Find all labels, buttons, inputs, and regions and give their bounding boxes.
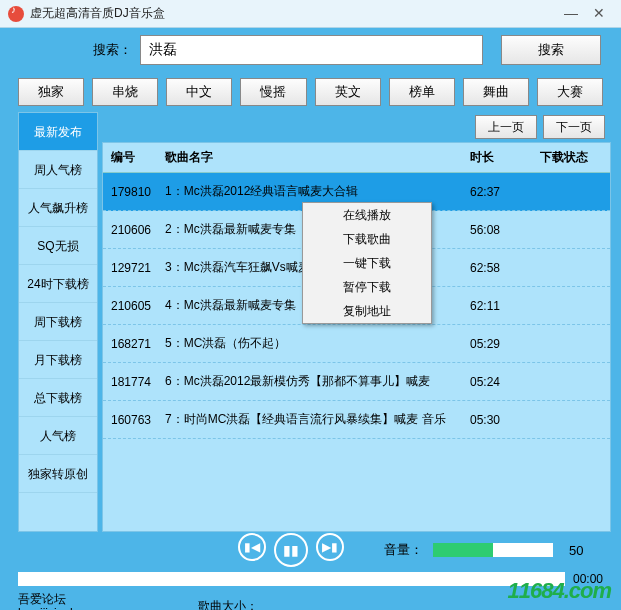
- cell-id: 181774: [103, 375, 165, 389]
- volume-value: 50: [569, 543, 583, 558]
- cell-id: 160763: [103, 413, 165, 427]
- prev-track-icon[interactable]: ▮◀: [238, 533, 266, 561]
- prev-page-button[interactable]: 上一页: [475, 115, 537, 139]
- author-label: by:cijixiaohuo: [18, 606, 158, 610]
- table-row[interactable]: 160763 7：时尚MC洪磊【经典语言流行风暴续集】喊麦 音乐 05:30: [103, 401, 610, 439]
- titlebar: 虚无超高清音质DJ音乐盒 — ✕: [0, 0, 621, 28]
- cell-duration: 05:29: [470, 337, 540, 351]
- minimize-button[interactable]: —: [557, 4, 585, 24]
- cell-id: 129721: [103, 261, 165, 275]
- context-menu-item[interactable]: 暂停下载: [303, 275, 431, 299]
- sidebar-item[interactable]: 周人气榜: [19, 151, 97, 189]
- table-header: 编号 歌曲名字 时长 下载状态: [103, 143, 610, 173]
- cell-id: 210605: [103, 299, 165, 313]
- cell-duration: 05:30: [470, 413, 540, 427]
- context-menu: 在线播放 下载歌曲 一键下载 暂停下载 复制地址: [302, 202, 432, 324]
- playback-buttons: ▮◀ ▮▮ ▶▮: [238, 533, 344, 567]
- cell-duration: 56:08: [470, 223, 540, 237]
- category-button[interactable]: 独家: [18, 78, 84, 106]
- header-duration: 时长: [470, 149, 540, 166]
- search-row: 搜索： 搜索: [0, 28, 621, 72]
- category-button[interactable]: 舞曲: [463, 78, 529, 106]
- search-input[interactable]: [140, 35, 483, 65]
- cell-id: 168271: [103, 337, 165, 351]
- cell-duration: 62:37: [470, 185, 540, 199]
- cell-name: 1：Mc洪磊2012经典语言喊麦大合辑: [165, 183, 470, 200]
- table-row[interactable]: 168271 5：MC洪磊（伤不起） 05:29: [103, 325, 610, 363]
- credits: 吾爱论坛 by:cijixiaohuo: [18, 592, 158, 610]
- forum-label: 吾爱论坛: [18, 592, 158, 606]
- cell-duration: 05:24: [470, 375, 540, 389]
- sidebar-item[interactable]: 24时下载榜: [19, 265, 97, 303]
- context-menu-item[interactable]: 在线播放: [303, 203, 431, 227]
- next-page-button[interactable]: 下一页: [543, 115, 605, 139]
- table-row[interactable]: 181774 6：Mc洪磊2012最新模仿秀【那都不算事儿】喊麦 05:24: [103, 363, 610, 401]
- category-button[interactable]: 大赛: [537, 78, 603, 106]
- sidebar: 最新发布 周人气榜 人气飙升榜 SQ无损 24时下载榜 周下载榜 月下载榜 总下…: [18, 112, 98, 532]
- player-controls: ▮◀ ▮▮ ▶▮ 音量： 50: [0, 532, 621, 568]
- sidebar-item[interactable]: 独家转原创: [19, 455, 97, 493]
- volume-fill: [433, 543, 493, 557]
- cell-name: 7：时尚MC洪磊【经典语言流行风暴续集】喊麦 音乐: [165, 411, 470, 428]
- category-button[interactable]: 慢摇: [240, 78, 306, 106]
- category-button[interactable]: 榜单: [389, 78, 455, 106]
- cell-name: 6：Mc洪磊2012最新模仿秀【那都不算事儿】喊麦: [165, 373, 470, 390]
- sidebar-item[interactable]: 总下载榜: [19, 379, 97, 417]
- category-button[interactable]: 串烧: [92, 78, 158, 106]
- cell-name: 5：MC洪磊（伤不起）: [165, 335, 470, 352]
- context-menu-item[interactable]: 一键下载: [303, 251, 431, 275]
- category-button[interactable]: 中文: [166, 78, 232, 106]
- next-track-icon[interactable]: ▶▮: [316, 533, 344, 561]
- cell-id: 179810: [103, 185, 165, 199]
- progress-bar[interactable]: [18, 572, 565, 586]
- song-size-label: 歌曲大小：: [198, 598, 258, 611]
- header-name: 歌曲名字: [165, 149, 470, 166]
- search-button[interactable]: 搜索: [501, 35, 601, 65]
- watermark: 11684.com: [507, 578, 611, 604]
- sidebar-item[interactable]: 人气飙升榜: [19, 189, 97, 227]
- category-row: 独家 串烧 中文 慢摇 英文 榜单 舞曲 大赛: [0, 72, 621, 112]
- sidebar-item[interactable]: 人气榜: [19, 417, 97, 455]
- sidebar-item[interactable]: 周下载榜: [19, 303, 97, 341]
- app-logo-icon: [8, 6, 24, 22]
- sidebar-item[interactable]: 月下载榜: [19, 341, 97, 379]
- context-menu-item[interactable]: 复制地址: [303, 299, 431, 323]
- search-label: 搜索：: [20, 41, 140, 59]
- close-button[interactable]: ✕: [585, 4, 613, 24]
- window-title: 虚无超高清音质DJ音乐盒: [30, 5, 557, 22]
- cell-duration: 62:58: [470, 261, 540, 275]
- header-status: 下载状态: [540, 149, 610, 166]
- pager: 上一页 下一页: [102, 112, 611, 142]
- sidebar-item[interactable]: 最新发布: [19, 113, 97, 151]
- volume-label: 音量：: [384, 541, 423, 559]
- context-menu-item[interactable]: 下载歌曲: [303, 227, 431, 251]
- sidebar-item[interactable]: SQ无损: [19, 227, 97, 265]
- cell-id: 210606: [103, 223, 165, 237]
- volume-slider[interactable]: [433, 543, 553, 557]
- category-button[interactable]: 英文: [315, 78, 381, 106]
- header-id: 编号: [103, 149, 165, 166]
- song-table: 编号 歌曲名字 时长 下载状态 179810 1：Mc洪磊2012经典语言喊麦大…: [102, 142, 611, 532]
- cell-duration: 62:11: [470, 299, 540, 313]
- pause-icon[interactable]: ▮▮: [274, 533, 308, 567]
